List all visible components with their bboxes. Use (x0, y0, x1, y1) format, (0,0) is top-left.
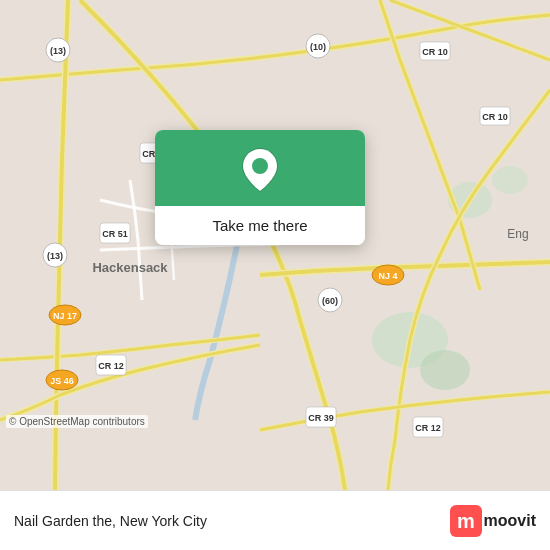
moovit-text: moovit (484, 512, 536, 530)
map-container: CR 51 CR 51 NJ 4 NJ 17 JS 46 CR 12 CR 39… (0, 0, 550, 490)
moovit-logo: m moovit (450, 505, 536, 537)
svg-text:(60): (60) (322, 296, 338, 306)
popup-card: Take me there (155, 130, 365, 245)
bottom-bar: Nail Garden the, New York City m moovit (0, 490, 550, 550)
location-text: Nail Garden the, New York City (14, 513, 450, 529)
svg-text:JS 46: JS 46 (50, 376, 74, 386)
svg-text:NJ 4: NJ 4 (378, 271, 397, 281)
svg-text:CR 51: CR 51 (102, 229, 128, 239)
osm-attribution: © OpenStreetMap contributors (6, 415, 148, 428)
take-me-there-button[interactable]: Take me there (155, 206, 365, 245)
svg-text:CR 12: CR 12 (415, 423, 441, 433)
svg-text:(10): (10) (310, 42, 326, 52)
svg-text:(13): (13) (50, 46, 66, 56)
svg-point-2 (420, 350, 470, 390)
popup-green-area (155, 130, 365, 206)
app: CR 51 CR 51 NJ 4 NJ 17 JS 46 CR 12 CR 39… (0, 0, 550, 550)
svg-point-37 (252, 158, 268, 174)
svg-text:Eng: Eng (507, 227, 528, 241)
svg-text:CR 12: CR 12 (98, 361, 124, 371)
svg-text:CR 39: CR 39 (308, 413, 334, 423)
location-pin-icon (242, 148, 278, 192)
svg-text:NJ 17: NJ 17 (53, 311, 77, 321)
svg-text:m: m (457, 510, 475, 532)
svg-point-4 (492, 166, 528, 194)
svg-text:CR 10: CR 10 (482, 112, 508, 122)
svg-text:Hackensack: Hackensack (92, 260, 168, 275)
svg-text:(13): (13) (47, 251, 63, 261)
svg-text:CR 10: CR 10 (422, 47, 448, 57)
moovit-m-icon: m (450, 505, 482, 537)
